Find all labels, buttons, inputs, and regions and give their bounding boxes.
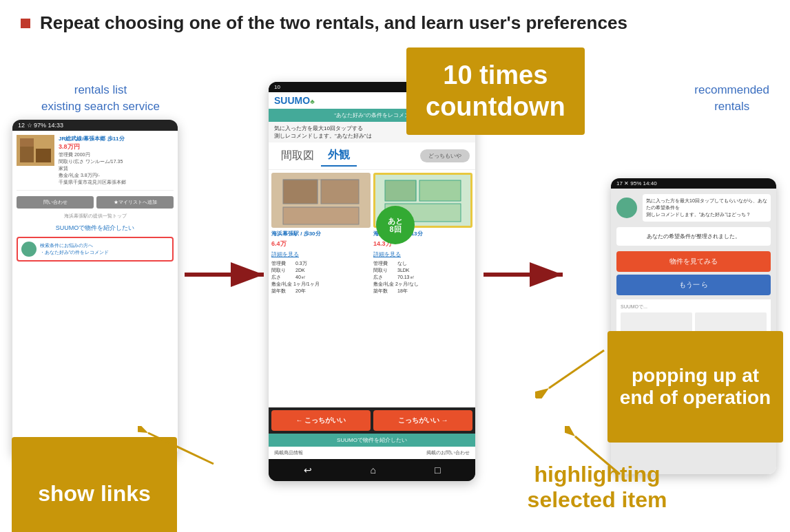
svg-rect-3 <box>36 149 51 162</box>
choose-right-btn[interactable]: こっちがいい → <box>373 410 472 431</box>
suumo-logo: SUUMO♣ <box>274 95 315 106</box>
arrow-left-to-center <box>178 257 274 295</box>
home-icon[interactable]: ⌂ <box>371 465 376 476</box>
phone-center: 10 97% 14:33 SUUMO♣ SUUMO "あなた好み"の条件をレコメ… <box>269 82 475 481</box>
svg-rect-6 <box>321 180 359 204</box>
svg-rect-7 <box>283 207 359 224</box>
room1-detail: 管理費 0.3万 間取り 2DK 広さ 40㎡ 敷金/礼金 1ヶ月/1ヶ月 築年… <box>271 260 371 295</box>
rental-title-1: JR総武線/幕張本郷 歩11分 <box>59 135 174 142</box>
arrow-highlighting <box>565 426 634 484</box>
back-icon[interactable]: ↩ <box>304 465 312 476</box>
phone-center-content: 10 97% 14:33 SUUMO♣ SUUMO "あなた好み"の条件をレコメ… <box>269 82 475 481</box>
page-title: Repeat choosing one of the two rentals, … <box>40 12 627 34</box>
center-links: 掲載商品情報 掲載のお問い合わせ <box>269 447 475 459</box>
left-body: JR総武線/幕張本郷 歩11分 3.8万円 管理費 2000円間取り/広さ ワン… <box>12 131 178 457</box>
more-link[interactable]: SUUMOで物件を紹介したい <box>17 224 174 233</box>
right-msg: 気に入った方を最大10回タップしてもらいながら、あなたの希望条件を 測しレコメン… <box>643 194 771 222</box>
left-phone-actions: 問い合わせ ★マイリストへ追加 <box>17 196 174 209</box>
right-statusbar: 17 ✕ 95% 14:40 <box>611 178 776 189</box>
rental-price-1: 3.8万円 <box>59 142 174 151</box>
room2-link[interactable]: 詳細を見る <box>373 251 472 258</box>
tab-exterior[interactable]: 外観 <box>321 145 357 167</box>
confirmed-msg: あなたの希望条件が整理されました。 <box>616 227 771 246</box>
square-icon[interactable]: □ <box>435 465 440 476</box>
svg-rect-5 <box>283 180 318 204</box>
main-content: rentals list existing search service rec… <box>0 41 790 522</box>
green-recommendation-box: 検索条件にお悩みの方へ・あなた好み"の件をレコメンド <box>17 237 174 262</box>
callout-popping-up: popping up at end of operation <box>607 331 783 443</box>
center-rooms: 海浜幕張駅 / 歩30分 6.4万 詳細を見る 管理費 0.3万 間取り 2DK… <box>269 170 475 407</box>
skip-btn[interactable]: どっちもいや <box>420 149 470 162</box>
arrow-show-links <box>138 426 220 470</box>
rental-detail-1: 管理費 2000円間取り/広さ ワンルーム/17.35家賃 <box>59 151 174 172</box>
svg-rect-2 <box>20 138 34 147</box>
label-recommended: recommended rentals <box>694 82 769 115</box>
phone-left-content: 12 ☆ 97% 14:33 JR総武線/幕張本郷 歩11分 <box>12 120 178 457</box>
room1-link[interactable]: 詳細を見る <box>271 251 371 258</box>
station-top-link: 海浜幕張駅の提供一覧トップ <box>17 213 174 220</box>
bullet-icon <box>21 19 30 28</box>
tab-floor[interactable]: 間取図 <box>274 146 321 166</box>
left-statusbar: 12 ☆ 97% 14:33 <box>12 120 178 131</box>
header: Repeat choosing one of the two rentals, … <box>0 0 790 41</box>
rental-item-1: JR総武線/幕張本郷 歩11分 3.8万円 管理費 2000円間取り/広さ ワン… <box>17 135 174 191</box>
choose-left-btn[interactable]: ← こっちがいい <box>271 410 371 431</box>
arrow-popping-up <box>535 343 611 401</box>
center-footer: SUUMOで物件を紹介したい <box>269 434 475 447</box>
rental-detail-2: 敷金/礼金 3.8万円/-千葉県千葉市花見川区幕張本郷 <box>59 172 174 186</box>
mascot-right-icon <box>616 198 637 218</box>
room2-detail: 管理費 なし 間取り 3LDK 広さ 70.13㎡ 敷金/礼金 2ヶ月/なし 築… <box>373 260 472 295</box>
room1-station: 海浜幕張駅 / 歩30分 <box>271 230 371 237</box>
view-properties-btn[interactable]: 物件を見てみる <box>616 251 771 272</box>
rental-info-1: JR総武線/幕張本郷 歩11分 3.8万円 管理費 2000円間取り/広さ ワン… <box>59 135 174 186</box>
center-choose: ← こっちがいい こっちがいい → <box>269 407 475 434</box>
countdown-badge: あと 8回 <box>376 206 415 244</box>
room-card-left: 海浜幕張駅 / 歩30分 6.4万 詳細を見る 管理費 0.3万 間取り 2DK… <box>271 173 371 405</box>
svg-rect-1 <box>20 145 34 162</box>
callout-countdown: 10 times countdown <box>406 47 585 135</box>
svg-rect-12 <box>419 180 461 201</box>
center-tabs-row: 間取図 外観 どっちもいや <box>269 142 475 170</box>
room1-price: 6.4万 <box>271 240 371 248</box>
label-rentals-list: rentals list existing search service <box>41 82 160 115</box>
another-btn[interactable]: もう一 ら <box>616 275 771 295</box>
inquiry-btn[interactable]: 問い合わせ <box>17 196 94 209</box>
svg-rect-11 <box>385 180 416 201</box>
room-image-left <box>271 173 371 228</box>
rental-image-1 <box>17 135 54 166</box>
mylist-btn[interactable]: ★マイリストへ追加 <box>96 196 174 209</box>
center-nav: ↩ ⌂ □ <box>269 459 475 481</box>
arrow-center-to-right <box>477 257 573 295</box>
green-text: 検索条件にお悩みの方へ・あなた好み"の件をレコメンド <box>40 242 110 256</box>
phone-left: 12 ☆ 97% 14:33 JR総武線/幕張本郷 歩11分 <box>12 120 178 457</box>
right-mascot: 気に入った方を最大10回タップしてもらいながら、あなたの希望条件を 測しレコメン… <box>616 194 771 222</box>
mascot-icon <box>21 242 37 257</box>
